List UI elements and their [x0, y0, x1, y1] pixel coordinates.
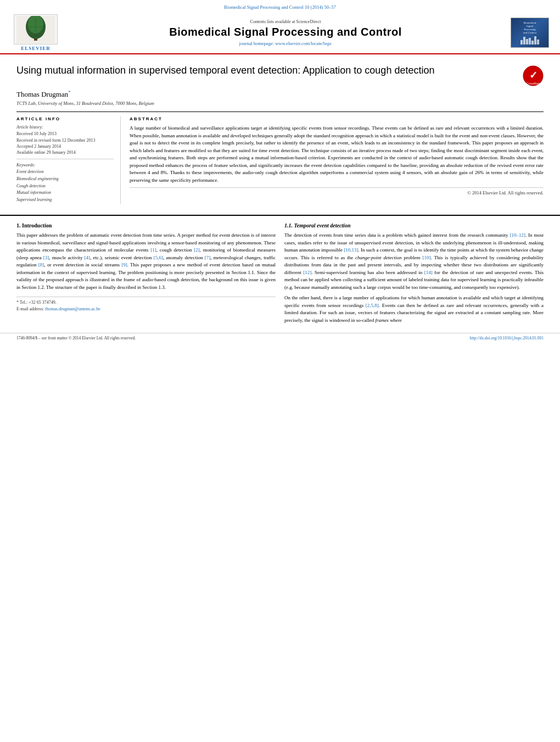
thumb-bar-5 [531, 41, 534, 44]
received-revised-date: Received in revised form 12 December 201… [16, 137, 114, 143]
article-info-abstract: ARTICLE INFO Article history: Received 1… [16, 111, 544, 204]
ref-link-5[interactable]: [5,6] [154, 255, 163, 260]
keyword-4: Mutual information [16, 189, 114, 197]
elsevier-logo-image [14, 14, 58, 44]
abstract-header: ABSTRACT [130, 116, 544, 121]
section11-text1: The detection of events from time series… [284, 232, 544, 291]
ref-link-2[interactable]: [2] [194, 247, 200, 253]
journal-homepage-link[interactable]: www.elsevier.com/locate/bspc [275, 41, 332, 46]
info-divider [16, 159, 114, 159]
thumb-bar-4 [529, 38, 531, 44]
elsevier-brand-text: ELSEVIER [21, 46, 51, 51]
ref-link-14[interactable]: [14] [424, 270, 433, 275]
ref-link-7[interactable]: [7] [205, 255, 211, 260]
thumb-bar-1 [520, 40, 523, 44]
body-left-column: 1. Introduction This paper addresses the… [16, 221, 276, 327]
journal-thumb-text: BiomedicalSignalProcessingand Control [523, 21, 536, 35]
copyright: © 2014 Elsevier Ltd. All rights reserved… [130, 187, 544, 196]
abstract-column: ABSTRACT A large number of biomedical an… [130, 116, 544, 204]
footnote-area: * Tel.: +32 65 374749. E-mail address: t… [16, 297, 276, 313]
thumb-bar-3 [526, 39, 528, 44]
available-date: Available online 29 January 2014 [16, 149, 114, 155]
footnote-email: E-mail address: thomas.drugman@umons.ac.… [16, 306, 276, 313]
svg-text:✓: ✓ [529, 70, 537, 81]
journal-header: Biomedical Signal Processing and Control… [0, 0, 560, 54]
journal-thumb-bars [520, 36, 539, 44]
page: Biomedical Signal Processing and Control… [0, 0, 560, 742]
article-title-row: Using mutual information in supervised t… [16, 64, 544, 86]
received-date: Received 10 July 2013 [16, 131, 114, 137]
section11-title: 1.1. Temporal event detection [284, 221, 544, 230]
author-name: Thomas Drugman* [16, 90, 544, 99]
elsevier-logo: ELSEVIER [11, 14, 60, 51]
journal-homepage: journal homepage: www.elsevier.com/locat… [60, 41, 511, 46]
keyword-5: Supervised learning [16, 197, 114, 204]
section11-text2: On the other hand, there is a large numb… [284, 294, 544, 324]
thumb-bar-7 [537, 40, 539, 44]
svg-text:CrossMark: CrossMark [527, 82, 540, 85]
article-history-label: Article history: [16, 125, 114, 130]
bottom-bar: 1746-8094/$ – see front matter © 2014 El… [0, 333, 560, 343]
ref-link-3[interactable]: [3] [43, 255, 49, 260]
doi-link[interactable]: http://dx.doi.org/10.1016/j.bspc.2014.01… [470, 336, 544, 341]
keyword-1: Event detection [16, 169, 114, 176]
footnote-tel: * Tel.: +32 65 374749. [16, 299, 276, 306]
affiliation: TCTS Lab, University of Mons, 31 Bouleva… [16, 101, 544, 106]
thumb-bar-6 [534, 36, 536, 44]
contents-available-text: Contents lists available at ScienceDirec… [60, 19, 511, 24]
article-info-column: ARTICLE INFO Article history: Received 1… [16, 116, 121, 204]
article-info-header: ARTICLE INFO [16, 116, 114, 121]
journal-thumb-inner: BiomedicalSignalProcessingand Control [513, 20, 547, 46]
main-body: 1. Introduction This paper addresses the… [0, 215, 560, 327]
section1-text1: This paper addresses the problem of auto… [16, 232, 276, 291]
keywords-list: Event detection Biomedical engineering C… [16, 169, 114, 204]
ref-link-10[interactable]: [10] [422, 255, 430, 260]
author-sup: * [68, 90, 71, 95]
keyword-2: Biomedical engineering [16, 176, 114, 183]
crossmark-logo: ✓ CrossMark [523, 65, 544, 86]
journal-title-center: Contents lists available at ScienceDirec… [60, 19, 511, 46]
footnote-email-link[interactable]: thomas.drugman@umons.ac.be [45, 306, 100, 311]
journal-title: Biomedical Signal Processing and Control [60, 26, 511, 38]
article-area: Using mutual information in supervised t… [0, 54, 560, 215]
ref-link-2-5-8[interactable]: [2,5,8] [366, 303, 379, 308]
accepted-date: Accepted 2 January 2014 [16, 143, 114, 149]
body-right-column: 1.1. Temporal event detection The detect… [284, 221, 544, 327]
ref-link-10-12[interactable]: [10–12] [509, 232, 525, 238]
header-top-bar: Biomedical Signal Processing and Control… [11, 4, 549, 10]
thumb-bar-2 [523, 37, 525, 44]
keyword-3: Cough detection [16, 183, 114, 190]
ref-link-4[interactable]: [4] [85, 255, 91, 260]
ref-link-10-13[interactable]: [10,13] [344, 247, 358, 253]
section1-title: 1. Introduction [16, 221, 276, 230]
ref-link-9[interactable]: [9] [121, 262, 127, 267]
abstract-text: A large number of biomedical and surveil… [130, 125, 544, 184]
journal-citation: Biomedical Signal Processing and Control… [224, 4, 335, 10]
header-main: ELSEVIER Contents lists available at Sci… [11, 12, 549, 53]
elsevier-tree-svg [16, 16, 55, 43]
bottom-doi: http://dx.doi.org/10.1016/j.bspc.2014.01… [470, 336, 544, 341]
keywords-label: Keywords: [16, 163, 114, 168]
bottom-copyright: 1746-8094/$ – see front matter © 2014 El… [16, 336, 136, 341]
ref-link-8[interactable]: [8] [38, 262, 44, 267]
ref-link-1[interactable]: [1] [150, 247, 156, 253]
article-title: Using mutual information in supervised t… [16, 64, 517, 77]
ref-link-12[interactable]: [12] [303, 270, 311, 275]
journal-thumbnail: BiomedicalSignalProcessingand Control [511, 18, 549, 48]
